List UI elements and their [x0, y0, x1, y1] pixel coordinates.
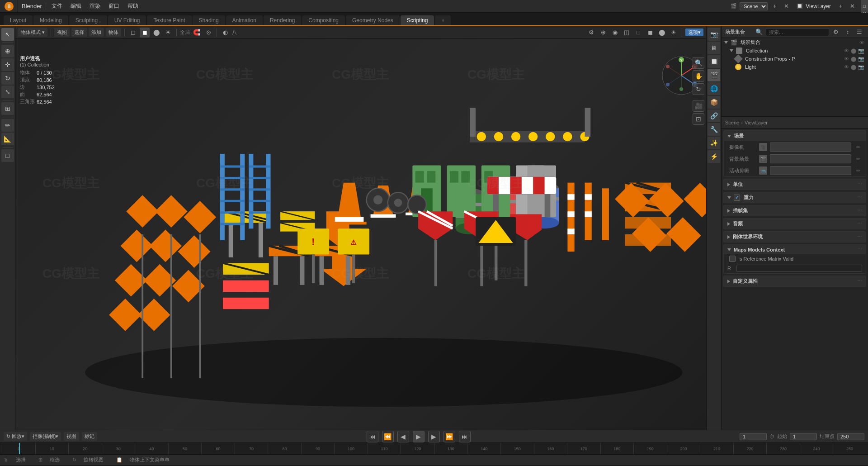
menu-window[interactable]: 窗口	[105, 1, 123, 11]
proportional-edit-btn[interactable]: ⊙	[203, 28, 213, 38]
jump-start-btn[interactable]: ⏮	[367, 431, 378, 442]
outliner-sync-btn[interactable]: ↕	[843, 27, 853, 37]
viewport-gizmo-btn[interactable]: ⊕	[598, 28, 608, 38]
shading-type-btn4[interactable]: ☀	[669, 28, 679, 38]
ref-matrix-checkbox[interactable]	[729, 256, 736, 262]
ws-tab-layout[interactable]: Layout	[4, 15, 33, 25]
outliner-filter2-btn[interactable]: ☰	[854, 27, 864, 37]
ws-tab-animation[interactable]: Animation	[226, 15, 263, 25]
play-btn[interactable]: ▶	[413, 431, 425, 442]
collection-render-btn[interactable]: 📷	[858, 48, 864, 54]
rt-scene[interactable]: 🎬	[708, 69, 720, 81]
frame-start-input[interactable]: 1	[790, 433, 817, 440]
frame-end-input[interactable]: 250	[837, 433, 864, 440]
camera-edit-btn[interactable]: ✏	[854, 143, 862, 151]
viewport-3d[interactable]: 物体模式 ▾ 视图 选择 添加 物体 ◻ ◼ ⬤ ☀ 全局 🧲 ⊙ ◐ 八 ⚙	[15, 26, 706, 430]
tool-rotate[interactable]: ↻	[1, 72, 14, 85]
ws-tab-compositing[interactable]: Compositing	[302, 15, 345, 25]
rt-output[interactable]: 🖥	[708, 42, 720, 54]
ws-tab-modeling[interactable]: Modeling	[33, 15, 68, 25]
timeline-track[interactable]: 1 10 20 30 40 50 60 70 80 90 100 110 120…	[0, 442, 868, 454]
object-menu[interactable]: 物体	[106, 28, 121, 37]
shading-type-btn3[interactable]: ⬤	[657, 28, 667, 38]
select-menu[interactable]: 选择	[71, 28, 87, 37]
scene-collection-eye[interactable]: 👁	[859, 40, 864, 45]
timeline-view-menu[interactable]: 视图	[64, 432, 79, 441]
overlay-btn[interactable]: ◉	[610, 28, 620, 38]
rt-modifiers[interactable]: 🔧	[708, 123, 720, 136]
tool-transform[interactable]: ⊞	[1, 102, 14, 115]
next-keyframe-btn[interactable]: ⏩	[443, 431, 455, 442]
menu-help[interactable]: 帮助	[124, 1, 142, 11]
rt-constraints[interactable]: 🔗	[708, 109, 720, 122]
outliner-filter-btn[interactable]: 🔍	[754, 27, 764, 37]
ws-tab-shading[interactable]: Shading	[193, 15, 225, 25]
gravity-section-header[interactable]: 重力 ⋯	[724, 192, 866, 203]
tool-add-cube[interactable]: □	[1, 149, 14, 162]
rt-world[interactable]: 🌐	[708, 82, 720, 95]
snap-btn[interactable]: 🧲	[192, 28, 202, 38]
current-frame-input[interactable]: 1	[740, 433, 767, 440]
shading-type-btn[interactable]: □	[633, 28, 643, 38]
interpolation-settings[interactable]: 拒像(插帧)▾	[30, 432, 61, 441]
keyframes-section-header[interactable]: 插帧集 ⋯	[724, 205, 866, 216]
outliner-scene-collection[interactable]: 🎬 场景集合 👁	[722, 38, 868, 47]
rt-particles[interactable]: ✨	[708, 137, 720, 149]
light-select-btn[interactable]: ⬤	[851, 64, 856, 70]
view-zoom-in[interactable]: 🔍	[693, 57, 704, 69]
camera-field[interactable]	[770, 143, 851, 152]
audio-section-header[interactable]: 音频 ⋯	[724, 219, 866, 229]
ws-tab-uv[interactable]: UV Editing	[108, 15, 146, 25]
view-rotate[interactable]: ↻	[693, 83, 704, 95]
outliner-search[interactable]	[766, 28, 829, 36]
active-clip-edit-btn[interactable]: ✏	[854, 166, 862, 175]
view-ortho-toggle[interactable]: ⊡	[693, 113, 704, 125]
menu-edit[interactable]: 编辑	[67, 1, 85, 11]
bg-scene-edit-btn[interactable]: ✏	[854, 155, 862, 163]
viewport-settings-btn[interactable]: ⚙	[586, 28, 596, 38]
rt-physics[interactable]: ⚡	[708, 150, 720, 163]
bg-scene-field[interactable]	[770, 154, 851, 163]
tool-annotate[interactable]: ✏	[1, 119, 14, 132]
view-menu[interactable]: 视图	[54, 28, 70, 37]
menu-render[interactable]: 渲染	[86, 1, 104, 11]
custom-props-section-header[interactable]: 自定义属性 ⋯	[724, 276, 866, 286]
cp-select-btn[interactable]: ⬤	[851, 56, 856, 62]
mode-selector[interactable]: 物体模式 ▾	[18, 28, 47, 37]
scene-3d[interactable]: CG模型主 CG模型主 CG模型主 CG模型主 CG模型主 CG模型主 CG模型…	[15, 39, 706, 430]
outliner-item-collection[interactable]: Collection 👁 ⬤ 📷	[722, 47, 868, 55]
view-camera[interactable]: 🎥	[693, 100, 704, 112]
prev-frame-btn[interactable]: ◀	[397, 431, 409, 442]
add-menu[interactable]: 添加	[89, 28, 104, 37]
ws-tab-sculpting[interactable]: Sculpting ,	[69, 15, 107, 25]
viewport-shading-options[interactable]: ◐	[220, 28, 230, 38]
rt-object[interactable]: 📦	[708, 96, 720, 109]
shading-solid[interactable]: ◼	[140, 28, 150, 38]
collection-visible-btn[interactable]: 👁	[844, 48, 849, 54]
shading-type-btn2[interactable]: ◼	[645, 28, 655, 38]
tool-cursor[interactable]: ⊕	[1, 45, 14, 57]
units-section-header[interactable]: 单位 ⋯	[724, 179, 866, 190]
prev-keyframe-btn[interactable]: ⏪	[382, 431, 394, 442]
shading-wireframe[interactable]: ◻	[128, 28, 138, 38]
light-render-btn[interactable]: 📷	[858, 64, 864, 70]
menu-file[interactable]: 文件	[48, 1, 66, 11]
jump-end-btn[interactable]: ⏭	[459, 431, 471, 442]
shading-rendered[interactable]: ☀	[163, 28, 173, 38]
outliner-item-construction-props[interactable]: Construction Props - P 👁 ⬤ 📷	[722, 55, 868, 63]
outliner-item-light[interactable]: Light 👁 ⬤ 📷	[722, 63, 868, 71]
outliner-options-btn[interactable]: ⚙	[831, 27, 841, 37]
rt-render[interactable]: 📷	[708, 28, 720, 41]
cp-render-btn[interactable]: 📷	[858, 56, 864, 62]
rigid-body-section-header[interactable]: 刚体世界环境 ⋯	[724, 232, 866, 242]
render-settings-btn[interactable]: ✕	[781, 1, 791, 11]
next-frame-btn[interactable]: ▶	[428, 431, 440, 442]
tool-scale[interactable]: ⤡	[1, 86, 14, 98]
scene-selector[interactable]: Scene	[740, 2, 768, 10]
maximize-button[interactable]: □	[861, 3, 868, 10]
ws-tab-geometry[interactable]: Geometry Nodes	[346, 15, 400, 25]
ws-tab-texture[interactable]: Texture Paint	[147, 15, 191, 25]
shading-material[interactable]: ⬤	[151, 28, 161, 38]
gravity-checkbox[interactable]	[734, 195, 740, 201]
render-add-btn[interactable]: +	[769, 1, 779, 11]
